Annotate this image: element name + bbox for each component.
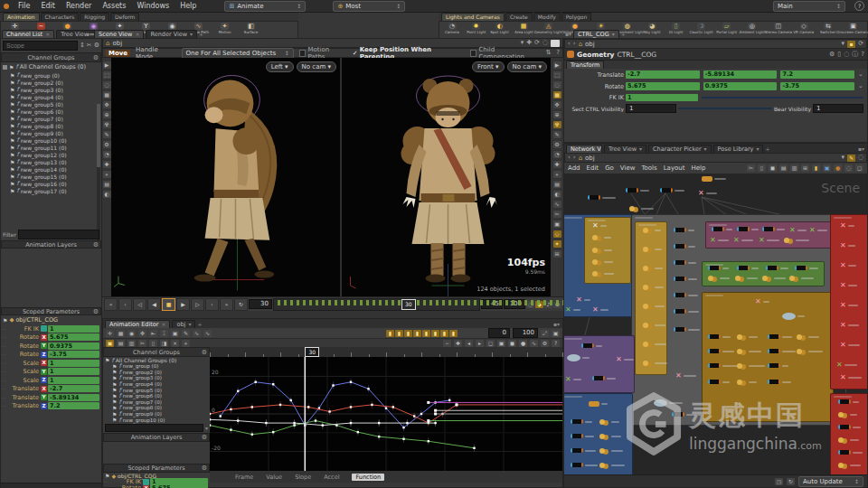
network-toolbar-icon[interactable]: ⊞	[801, 164, 809, 172]
key-toggle-icon[interactable]: ▮	[386, 330, 394, 337]
net-box-knee[interactable]: ✕✕	[564, 335, 635, 393]
pin-icon[interactable]: ▪	[847, 41, 855, 48]
tab-scene-view[interactable]: Scene View×	[94, 30, 144, 38]
viewport-tool-icon[interactable]: ▤	[553, 181, 561, 188]
viewport-tool-icon[interactable]: ◌	[553, 81, 561, 89]
object-node[interactable]	[674, 277, 697, 281]
shelf-tool-caustic-light[interactable]: ☽Caustic Light	[689, 23, 713, 38]
viewport-tool-icon[interactable]: ⌖	[103, 171, 111, 178]
viewport-tool-icon[interactable]: ◐	[103, 191, 111, 198]
viewport-tool-icon[interactable]: ▣	[553, 221, 561, 228]
null-control-node[interactable]: ✕	[840, 222, 854, 230]
viewport-tool-icon[interactable]: ◔	[103, 151, 111, 158]
shelf-tool-ambient-light[interactable]: ◎Ambient Light	[740, 23, 764, 38]
network-canvas[interactable]: Scene ✕✕✕✕✕✕✕✕✕✕✕✕✕✕✕✕✕✕✕✕✕✕✕ 灵感中国 lingg…	[564, 174, 867, 474]
object-node[interactable]	[660, 188, 684, 192]
network-toolbar-icon[interactable]: ▥	[790, 164, 798, 172]
graph-tool-icon[interactable]: ⇤	[149, 330, 157, 337]
shelf-tool-area-light[interactable]: ▦Area Light	[513, 23, 534, 38]
prev-key-button[interactable]: ‹	[118, 298, 132, 311]
graph-tool-icon[interactable]: ∿	[203, 330, 212, 337]
object-node[interactable]	[708, 349, 734, 353]
graph-tool-icon[interactable]: ✎	[182, 330, 190, 337]
playhead-marker[interactable]: 30	[401, 299, 416, 310]
pane-max-icon[interactable]: ▣	[552, 330, 560, 337]
viewport-tool-icon[interactable]: ▶	[103, 61, 111, 69]
camera-menu-button[interactable]: No cam ▾	[297, 61, 336, 72]
object-node[interactable]	[626, 188, 649, 192]
net-box-hips[interactable]	[702, 261, 825, 286]
gear-icon[interactable]: ⚙	[93, 308, 99, 315]
camera-menu-button[interactable]: No cam ▾	[507, 61, 547, 72]
scoped-parameter-row[interactable]: ◦◦ScaleZ1	[1, 376, 101, 385]
null-control-node[interactable]: ✕	[840, 342, 860, 349]
param-value-field[interactable]: 7.2	[48, 402, 99, 409]
network-menu-go[interactable]: Go	[605, 164, 614, 172]
bone-node[interactable]	[592, 271, 614, 277]
object-node[interactable]	[838, 450, 863, 455]
shelf-tab-lights-and-cameras[interactable]: Lights and Cameras	[441, 13, 505, 21]
network-toolbar-icon[interactable]: ●	[834, 164, 842, 172]
channel-group-row[interactable]: ⚑fnew_group12 (0)	[1, 151, 101, 158]
grid-toggle-icon[interactable]	[551, 40, 560, 47]
stop-button[interactable]: ■	[162, 298, 175, 311]
null-control-node[interactable]: ✕	[789, 227, 807, 234]
filter-input[interactable]	[105, 424, 203, 432]
viewport-tool-icon[interactable]: ◔	[553, 151, 561, 158]
gear-icon[interactable]: ⚙	[202, 465, 207, 472]
null-control-node[interactable]: ✕	[840, 374, 862, 381]
shelf-tool-point-light[interactable]: ✹Point Light	[465, 23, 486, 38]
graph-edit-icon[interactable]: ⌖	[182, 340, 190, 347]
shelf-tool-stereo-camera[interactable]: ◫Stereo Camera	[766, 23, 790, 38]
null-control-node[interactable]: ✕	[840, 242, 855, 249]
object-node[interactable]	[592, 376, 616, 380]
null-control-node[interactable]: ✕	[698, 190, 717, 197]
param-path[interactable]: obj	[585, 41, 595, 48]
object-node[interactable]	[762, 227, 785, 231]
play-button[interactable]: ▶	[176, 298, 190, 311]
viewport-tool-icon[interactable]: ⊕	[553, 111, 561, 118]
tab-network-view[interactable]: Network View×	[566, 145, 602, 153]
bone-node[interactable]	[838, 412, 857, 418]
network-toolbar-icon[interactable]: ✂	[747, 164, 755, 172]
bone-node[interactable]	[838, 437, 859, 443]
channel-group-row[interactable]: ⚑fnew_group5 (0)	[1, 100, 101, 108]
null-control-node[interactable]: ✕	[840, 302, 858, 309]
next-frame-button[interactable]: ▷	[191, 298, 204, 311]
go-start-button[interactable]: «	[104, 298, 118, 311]
link-icon[interactable]: ⇅	[545, 49, 551, 57]
graph-view-icon[interactable]: ▸	[476, 340, 484, 347]
channel-group-row[interactable]: ⚑fnew_group10 (0)	[103, 417, 210, 423]
scene-path[interactable]: obj	[112, 40, 122, 47]
null-control-node[interactable]: ✕	[809, 227, 827, 234]
scoped-parameter-row[interactable]: ◦◦TranslateX-2.7	[1, 385, 101, 394]
channel-group-row[interactable]: ⚑fnew_group16 (0)	[1, 180, 101, 187]
footer-slope-label[interactable]: Slope	[295, 474, 311, 481]
shelf-tool-surface[interactable]: ◧Surface	[239, 23, 263, 38]
graph-edit-icon[interactable]: ◨	[160, 340, 168, 347]
null-control-node[interactable]: ✕	[675, 372, 696, 380]
object-node[interactable]	[708, 380, 730, 384]
blend-node[interactable]	[782, 313, 805, 320]
object-node[interactable]	[674, 293, 698, 297]
blend-node[interactable]	[567, 354, 590, 361]
shelf-tool-onscreen-camera[interactable]: ▣Onscreen Camera	[841, 23, 865, 38]
network-menu-tools[interactable]: Tools	[641, 164, 656, 172]
translate-z-field[interactable]: 7.2	[780, 70, 854, 79]
network-menu-add[interactable]: Add	[568, 164, 580, 172]
shelf-tool-camera[interactable]: ◔Camera	[441, 23, 463, 38]
shelf-tool-vr-camera[interactable]: ◇VR Camera	[792, 23, 815, 38]
object-node[interactable]	[768, 349, 796, 353]
graph-view-icon[interactable]: ◻	[486, 340, 495, 347]
graph-view-icon[interactable]: −	[443, 340, 451, 347]
bone-node[interactable]	[592, 235, 611, 240]
graph-view-icon[interactable]: ?	[552, 340, 560, 347]
add-pane-tab-button[interactable]: +	[765, 145, 769, 152]
graph-tool-icon[interactable]: ▣	[171, 330, 179, 337]
tab-character-picker[interactable]: Character Picker▾	[648, 145, 712, 153]
channel-group-row[interactable]: ⚑fnew_group6 (0)	[1, 108, 101, 115]
scoped-parameter-row[interactable]: ◦◦ScaleX1	[1, 359, 101, 368]
view-menu-button[interactable]: Left ▾	[266, 61, 294, 72]
scoped-parameter-row[interactable]: ◦◦RotateX5.675	[1, 333, 101, 343]
bone-node[interactable]	[643, 304, 665, 309]
